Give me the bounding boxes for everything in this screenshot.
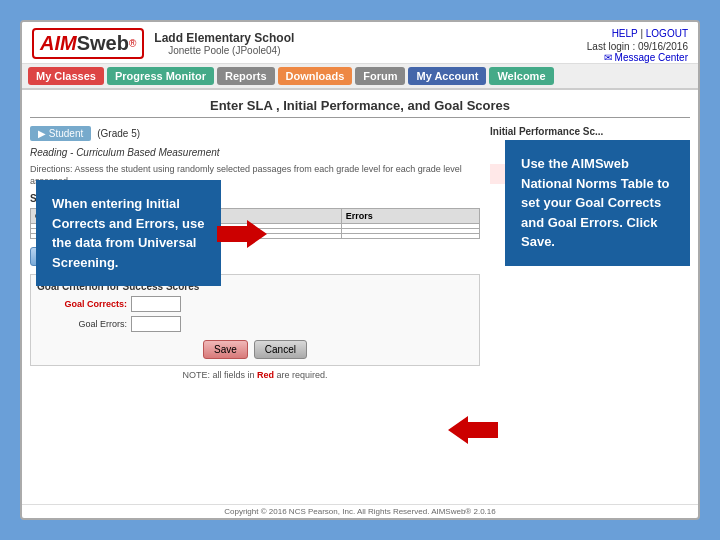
- initial-perf-title: Initial Performance Sc...: [490, 126, 690, 137]
- nav-bar: My Classes Progress Monitor Reports Down…: [22, 64, 698, 90]
- message-center[interactable]: ✉ Message Center: [587, 52, 688, 63]
- goal-errors-input[interactable]: [131, 316, 181, 332]
- overlay-left: When entering Initial Corrects and Error…: [36, 180, 221, 286]
- student-row: ▶ Student (Grade 5): [30, 126, 480, 141]
- nav-progress-monitor[interactable]: Progress Monitor: [107, 67, 214, 85]
- main-content: Enter SLA , Initial Performance, and Goa…: [22, 90, 698, 504]
- goal-section: Goal Criterion for Success Scores Goal C…: [30, 274, 480, 366]
- logo-sweb-text: Sweb: [77, 32, 129, 55]
- arrow-icon: [217, 220, 267, 248]
- form-title: Enter SLA , Initial Performance, and Goa…: [30, 98, 690, 118]
- help-link[interactable]: HELP: [612, 28, 638, 39]
- save-button[interactable]: Save: [203, 340, 248, 359]
- logo-aim-text: AIM: [40, 32, 77, 55]
- goal-errors-row: Goal Errors:: [37, 316, 473, 332]
- nav-forum[interactable]: Forum: [355, 67, 405, 85]
- help-logout-area: HELP | LOGOUT: [587, 28, 688, 39]
- goal-corrects-label: Goal Corrects:: [37, 299, 127, 309]
- nav-downloads[interactable]: Downloads: [278, 67, 353, 85]
- main-window: AIM Sweb ® Ladd Elementary School Jonett…: [20, 20, 700, 520]
- nav-welcome[interactable]: Welcome: [489, 67, 553, 85]
- nav-my-account[interactable]: My Account: [408, 67, 486, 85]
- logout-link[interactable]: LOGOUT: [646, 28, 688, 39]
- survey-col-errors: Errors: [341, 209, 479, 224]
- cbm-label: Reading - Curriculum Based Measurement: [30, 147, 480, 158]
- overlay-right: Use the AIMSweb National Norms Table to …: [505, 140, 690, 266]
- svg-marker-1: [448, 416, 498, 444]
- student-button[interactable]: ▶ Student: [30, 126, 91, 141]
- goal-arrow-icon: [448, 416, 498, 444]
- goal-corrects-row: Goal Corrects:: [37, 296, 473, 312]
- nav-reports[interactable]: Reports: [217, 67, 275, 85]
- header: AIM Sweb ® Ladd Elementary School Jonett…: [22, 22, 698, 64]
- logo-area: AIM Sweb ® Ladd Elementary School Jonett…: [32, 28, 294, 59]
- logo-box: AIM Sweb ®: [32, 28, 144, 59]
- copyright: Copyright © 2016 NCS Pearson, Inc. All R…: [22, 504, 698, 518]
- nav-my-classes[interactable]: My Classes: [28, 67, 104, 85]
- last-login: Last login : 09/16/2016: [587, 41, 688, 52]
- note-text: NOTE: all fields in Red are required.: [30, 370, 480, 380]
- header-right: HELP | LOGOUT Last login : 09/16/2016 ✉ …: [587, 28, 688, 63]
- grade-text: (Grade 5): [97, 128, 140, 139]
- goal-errors-label: Goal Errors:: [37, 319, 127, 329]
- svg-marker-0: [217, 220, 267, 248]
- bottom-buttons: Save Cancel: [37, 340, 473, 359]
- user-info: Jonette Poole (JPoole04): [154, 45, 294, 56]
- logo-reg-text: ®: [129, 38, 136, 49]
- school-info: Ladd Elementary School Jonette Poole (JP…: [154, 31, 294, 56]
- school-name: Ladd Elementary School: [154, 31, 294, 45]
- goal-corrects-input[interactable]: [131, 296, 181, 312]
- cancel-button[interactable]: Cancel: [254, 340, 307, 359]
